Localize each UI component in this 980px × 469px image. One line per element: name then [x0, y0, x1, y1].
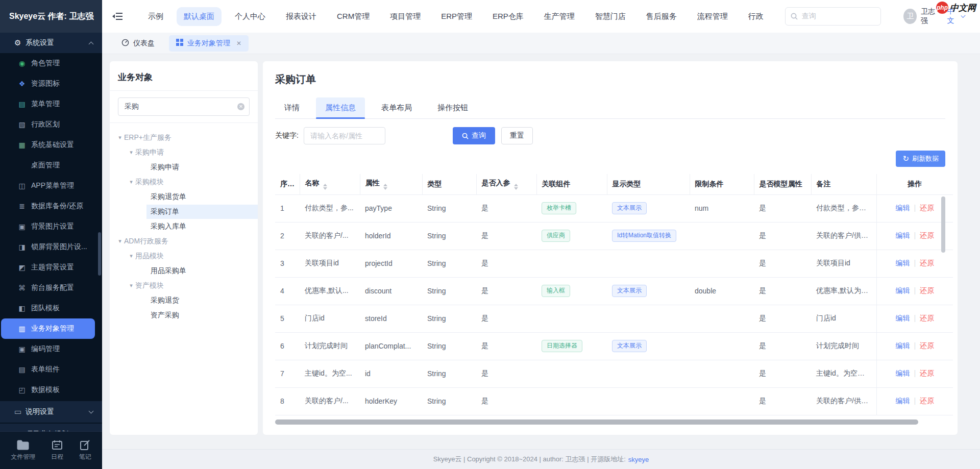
nav-item-项目管理[interactable]: 项目管理 — [383, 7, 428, 26]
global-search-input[interactable]: 查询 — [785, 7, 881, 26]
nav-item-CRM管理[interactable]: CRM管理 — [330, 7, 377, 26]
restore-link[interactable]: 还原 — [920, 259, 934, 267]
nav-item-智慧门店[interactable]: 智慧门店 — [588, 7, 633, 26]
nav-item-默认桌面[interactable]: 默认桌面 — [177, 7, 222, 26]
caret-down-icon[interactable]: ▾ — [127, 253, 135, 259]
column-header-constraint: 限制条件 — [690, 174, 754, 194]
sidebar-item-资源图标[interactable]: ❖资源图标 — [0, 73, 102, 94]
tree-group-用品模块[interactable]: ▾用品模块 — [110, 249, 258, 263]
reset-button[interactable]: 重置 — [501, 127, 533, 144]
tree-node-label: 资产模块 — [135, 281, 164, 290]
nav-item-行政[interactable]: 行政 — [741, 7, 771, 26]
edit-link[interactable]: 编辑 — [895, 341, 910, 350]
tree-leaf-采购退货单[interactable]: 采购退货单 — [110, 189, 258, 204]
sidebar-item-数据模板[interactable]: ◰数据模板 — [0, 380, 102, 400]
restore-link[interactable]: 还原 — [920, 231, 934, 239]
restore-link[interactable]: 还原 — [920, 397, 934, 405]
tree-leaf-采购退货[interactable]: 采购退货 — [110, 293, 258, 308]
edit-link[interactable]: 编辑 — [895, 204, 910, 212]
tree-leaf-采购入库单[interactable]: 采购入库单 — [110, 219, 258, 234]
tab-仪表盘[interactable]: 仪表盘 — [114, 35, 162, 52]
edit-link[interactable]: 编辑 — [895, 286, 910, 294]
tree-node-label: 采购模块 — [135, 178, 164, 187]
nav-item-个人中心[interactable]: 个人中心 — [228, 7, 273, 26]
sidebar-group-system-settings[interactable]: ⚙ 系统设置 — [0, 33, 102, 53]
column-header-name[interactable]: 名称 — [300, 174, 360, 194]
tree-search-input[interactable] — [118, 97, 250, 116]
horizontal-scrollbar[interactable] — [275, 419, 918, 425]
tree-leaf-采购申请[interactable]: 采购申请 — [110, 160, 258, 175]
sidebar-footer-file-manager[interactable]: 文件管理 — [11, 440, 35, 461]
tree-leaf-用品采购单[interactable]: 用品采购单 — [110, 263, 258, 278]
tree-group-ERP+生产服务[interactable]: ▾ERP+生产服务 — [110, 130, 258, 145]
edit-link[interactable]: 编辑 — [895, 231, 910, 239]
edit-link[interactable]: 编辑 — [895, 314, 910, 322]
sidebar-item-前台服务配置[interactable]: ⌘前台服务配置 — [0, 278, 102, 298]
sidebar-item-APP菜单管理[interactable]: ◫APP菜单管理 — [0, 176, 102, 196]
sort-icon[interactable] — [514, 184, 518, 190]
sidebar-item-角色管理[interactable]: ◉角色管理 — [0, 53, 102, 73]
restore-link[interactable]: 还原 — [920, 369, 934, 377]
restore-link[interactable]: 还原 — [920, 286, 934, 294]
tree-group-采购模块[interactable]: ▾采购模块 — [110, 175, 258, 189]
edit-link[interactable]: 编辑 — [895, 397, 910, 405]
user-menu[interactable]: 卫 卫志强 — [903, 7, 939, 26]
sidebar-item-行政区划[interactable]: ▧行政区划 — [0, 114, 102, 135]
detail-tab-属性信息[interactable]: 属性信息 — [316, 97, 365, 118]
column-header-in_param[interactable]: 是否入参 — [476, 174, 536, 194]
caret-down-icon[interactable]: ▾ — [127, 179, 135, 185]
nav-item-ERP仓库[interactable]: ERP仓库 — [485, 7, 531, 26]
sidebar-item-编码管理[interactable]: ▣编码管理 — [0, 339, 102, 359]
sidebar-footer-schedule[interactable]: 日程 — [51, 440, 63, 461]
column-header-attr[interactable]: 属性 — [360, 174, 422, 194]
close-icon[interactable]: ✕ — [236, 40, 241, 47]
detail-tab-详情[interactable]: 详情 — [275, 97, 309, 118]
restore-link[interactable]: 还原 — [920, 314, 934, 322]
detail-tab-操作按钮[interactable]: 操作按钮 — [428, 97, 477, 118]
refresh-data-button[interactable]: ↻ 刷新数据 — [896, 151, 945, 167]
caret-down-icon[interactable]: ▾ — [127, 149, 135, 156]
caret-down-icon[interactable]: ▾ — [116, 134, 124, 141]
sidebar-item-菜单管理[interactable]: ▤菜单管理 — [0, 94, 102, 114]
sidebar-item-业务对象管理[interactable]: ▥业务对象管理 — [1, 318, 95, 339]
edit-link[interactable]: 编辑 — [895, 369, 910, 377]
nav-item-售后服务[interactable]: 售后服务 — [639, 7, 684, 26]
sort-icon[interactable] — [323, 184, 327, 190]
tree-leaf-资产采购[interactable]: 资产采购 — [110, 308, 258, 323]
collapse-menu-icon[interactable] — [112, 12, 122, 20]
sidebar-item-桌面管理[interactable]: 桌面管理 — [0, 155, 102, 176]
tree-group-资产模块[interactable]: ▾资产模块 — [110, 278, 258, 293]
nav-item-流程管理[interactable]: 流程管理 — [690, 7, 735, 26]
sidebar-scrollbar[interactable] — [98, 232, 101, 276]
sidebar-group-说明设置[interactable]: ▭说明设置 — [0, 401, 102, 423]
tab-业务对象管理[interactable]: 业务对象管理✕ — [169, 35, 249, 52]
clear-icon[interactable]: ✕ — [237, 103, 244, 110]
tree-group-采购申请[interactable]: ▾采购申请 — [110, 145, 258, 160]
sidebar-item-系统基础设置[interactable]: ▦系统基础设置 — [0, 135, 102, 155]
keyword-input[interactable] — [304, 127, 385, 144]
sidebar-item-表单组件[interactable]: ▤表单组件 — [0, 359, 102, 380]
sidebar-item-团队模板[interactable]: ◧团队模板 — [0, 298, 102, 318]
tree-leaf-采购订单[interactable]: 采购订单 — [110, 204, 258, 219]
tree-group-ADM行政服务[interactable]: ▾ADM行政服务 — [110, 234, 258, 249]
edit-link[interactable]: 编辑 — [895, 259, 910, 267]
nav-item-示例[interactable]: 示例 — [141, 7, 170, 26]
nav-item-ERP管理[interactable]: ERP管理 — [434, 7, 479, 26]
sidebar-item-数据库备份/还原[interactable]: ≣数据库备份/还原 — [0, 196, 102, 216]
detail-tab-表单布局[interactable]: 表单布局 — [372, 97, 421, 118]
restore-link[interactable]: 还原 — [920, 204, 934, 212]
display-type-tag: 文本展示 — [612, 202, 647, 214]
sort-icon[interactable] — [383, 184, 387, 190]
nav-item-报表设计[interactable]: 报表设计 — [279, 7, 324, 26]
search-button[interactable]: 查询 — [453, 127, 495, 144]
restore-link[interactable]: 还原 — [920, 341, 934, 350]
vertical-scrollbar[interactable] — [941, 196, 945, 253]
sidebar-item-锁屏背景图片设...[interactable]: ◨锁屏背景图片设... — [0, 237, 102, 257]
sidebar-item-主题背景设置[interactable]: ◩主题背景设置 — [0, 257, 102, 278]
caret-down-icon[interactable]: ▾ — [116, 238, 124, 244]
sidebar-footer-notes[interactable]: 笔记 — [79, 440, 91, 461]
nav-item-生产管理[interactable]: 生产管理 — [537, 7, 582, 26]
sidebar-item-背景图片设置[interactable]: ▣背景图片设置 — [0, 216, 102, 237]
opensource-link[interactable]: skyeye — [628, 456, 649, 463]
caret-down-icon[interactable]: ▾ — [127, 282, 135, 289]
